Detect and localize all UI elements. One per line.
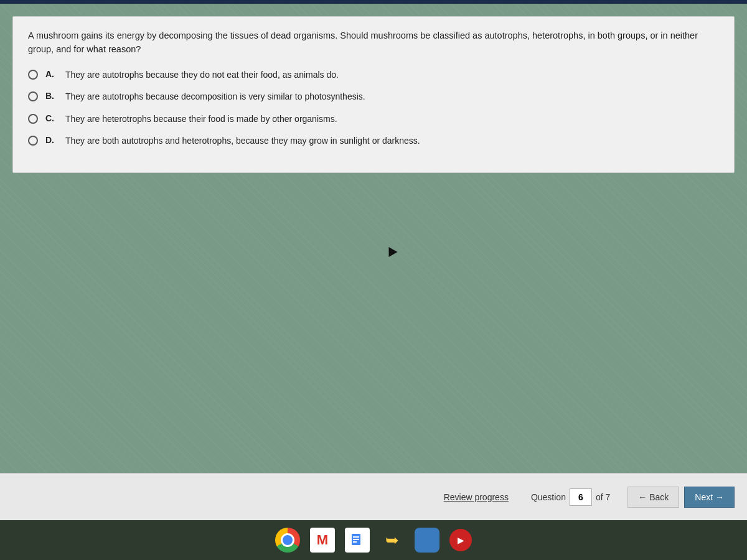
- svg-rect-1: [353, 536, 359, 538]
- next-button[interactable]: Next →: [684, 487, 735, 508]
- option-text-b: They are autotrophs because decompositio…: [65, 91, 365, 103]
- option-text-c: They are heterotrophs because their food…: [65, 113, 337, 126]
- files-taskbar-icon[interactable]: [345, 528, 370, 553]
- question-label: Question: [531, 492, 566, 502]
- answer-option-c[interactable]: C. They are heterotrophs because their f…: [28, 113, 719, 126]
- question-card: A mushroom gains its energy by decomposi…: [12, 16, 735, 173]
- question-nav: Question of 7: [531, 488, 610, 506]
- option-text-a: They are autotrophs because they do not …: [65, 69, 339, 82]
- taskbar: M ➥ ▶: [0, 520, 747, 560]
- answer-option-b[interactable]: B. They are autotrophs because decomposi…: [28, 91, 719, 103]
- svg-rect-2: [353, 539, 359, 540]
- of-label: of 7: [596, 492, 610, 502]
- review-progress-button[interactable]: Review progress: [436, 487, 516, 507]
- back-button[interactable]: ← Back: [627, 487, 679, 508]
- radio-c[interactable]: [28, 114, 38, 124]
- screen: A mushroom gains its energy by decomposi…: [0, 0, 747, 560]
- main-content: A mushroom gains its energy by decomposi…: [0, 4, 747, 560]
- play-taskbar-icon[interactable]: ▶: [449, 529, 472, 551]
- svg-rect-3: [353, 541, 357, 543]
- cursor-taskbar-icon[interactable]: ➥: [380, 528, 405, 553]
- option-text-d: They are both autotrophs and heterotroph…: [65, 135, 420, 147]
- gmail-taskbar-icon[interactable]: M: [310, 528, 335, 553]
- generic-taskbar-icon[interactable]: [415, 528, 439, 553]
- option-letter-b: B.: [45, 91, 58, 101]
- radio-d[interactable]: [28, 136, 38, 146]
- radio-b[interactable]: [28, 91, 38, 101]
- question-number-input[interactable]: [570, 488, 592, 506]
- nav-bar: Review progress Question of 7 ← Back Nex…: [0, 473, 747, 520]
- mouse-cursor: [385, 245, 398, 257]
- question-text: A mushroom gains its energy by decomposi…: [28, 29, 719, 57]
- option-letter-c: C.: [45, 113, 58, 123]
- option-letter-a: A.: [45, 69, 58, 79]
- option-letter-d: D.: [45, 135, 58, 145]
- bottom-section: Review progress Question of 7 ← Back Nex…: [0, 473, 747, 560]
- answer-option-a[interactable]: A. They are autotrophs because they do n…: [28, 69, 719, 82]
- answer-option-d[interactable]: D. They are both autotrophs and heterotr…: [28, 135, 719, 147]
- radio-a[interactable]: [28, 70, 38, 80]
- chrome-taskbar-icon[interactable]: [275, 528, 300, 553]
